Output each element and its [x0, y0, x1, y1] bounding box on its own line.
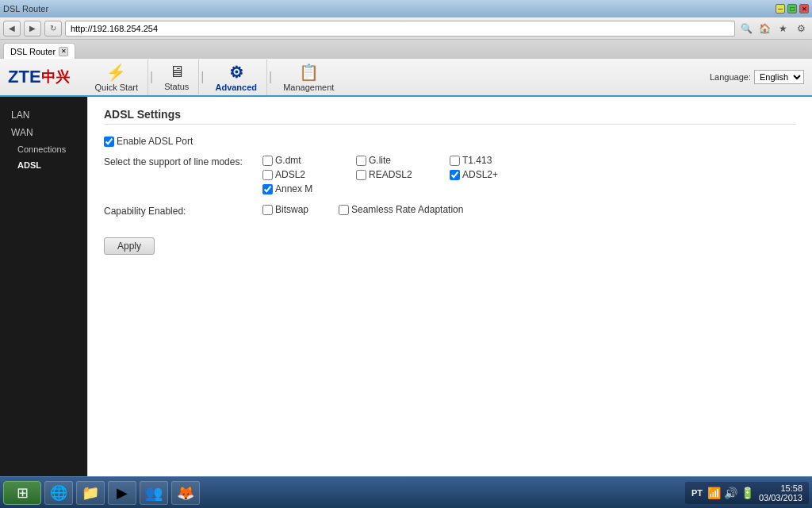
checkbox-bitswap[interactable]: Bitswap	[262, 204, 334, 215]
nav-separator-2: |	[201, 70, 204, 84]
time-display: 15:58	[759, 483, 802, 493]
checkbox-readsl2[interactable]: READSL2	[356, 169, 443, 180]
date-display: 03/03/2013	[759, 493, 802, 502]
search-icon[interactable]: 🔍	[738, 21, 754, 37]
content-area: ADSL Settings Enable ADSL Port Select th…	[87, 97, 812, 508]
checkbox-adsl2[interactable]: ADSL2	[262, 169, 350, 180]
sidebar-item-connections[interactable]: Connections	[0, 141, 87, 157]
volume-icon: 🔊	[724, 487, 737, 499]
taskbar-lang: PT	[691, 488, 703, 498]
tab-bar: DSL Router ✕	[0, 40, 812, 59]
nav-advanced-label: Advanced	[215, 83, 257, 92]
capability-row: Capability Enabled: Bitswap Seamless Rat…	[104, 204, 796, 217]
taskbar-right: PT 📶 🔊 🔋 15:58 03/03/2013	[685, 482, 809, 504]
management-icon: 📋	[299, 63, 319, 82]
nav-separator-1: |	[150, 70, 153, 84]
minimize-button[interactable]: ─	[776, 4, 785, 13]
checkbox-annexm[interactable]: Annex M	[262, 183, 350, 194]
browser-nav-bar: ◀ ▶ ↻ 🔍 🏠 ★ ⚙	[0, 17, 812, 40]
checkbox-t1413[interactable]: T1.413	[450, 155, 537, 166]
browser-title-bar: DSL Router ─ □ ✕	[0, 0, 812, 17]
forward-button[interactable]: ▶	[24, 21, 41, 37]
adsl2-label: ADSL2	[275, 169, 305, 180]
bitswap-checkbox[interactable]	[262, 205, 273, 215]
line-modes-grid: G.dmt G.lite T1.413 ADSL2	[262, 155, 537, 194]
favorites-icon[interactable]: ★	[775, 21, 791, 37]
main-nav-menu: ⚡ Quick Start | 🖥 Status | ⚙ Advanced | …	[86, 60, 344, 95]
checkbox-adsl2plus[interactable]: ADSL2+	[450, 169, 537, 180]
taskbar-explorer-icon[interactable]: 📁	[76, 481, 105, 505]
network-icon: 📶	[707, 487, 721, 499]
sidebar-item-lan[interactable]: LAN	[0, 106, 87, 124]
enable-adsl-label[interactable]: Enable ADSL Port	[104, 136, 193, 147]
start-button[interactable]: ⊞	[3, 481, 41, 505]
checkbox-sra[interactable]: Seamless Rate Adaptation	[339, 204, 481, 215]
adsl2plus-checkbox[interactable]	[450, 170, 460, 180]
annexm-label: Annex M	[275, 183, 312, 194]
t1413-checkbox[interactable]	[450, 156, 460, 166]
page-title: ADSL Settings	[104, 108, 796, 125]
quick-start-icon: ⚡	[106, 63, 126, 82]
taskbar-app1-icon[interactable]: 👥	[140, 481, 168, 505]
status-icon: 🖥	[169, 63, 185, 81]
content-inner: ADSL Settings Enable ADSL Port Select th…	[88, 97, 812, 266]
sidebar-item-wan[interactable]: WAN	[0, 124, 87, 141]
zte-logo: ZTE 中兴	[8, 67, 70, 87]
enable-adsl-text: Enable ADSL Port	[117, 136, 193, 147]
nav-advanced[interactable]: ⚙ Advanced	[205, 60, 267, 95]
nav-status[interactable]: 🖥 Status	[155, 60, 199, 94]
enable-adsl-row: Enable ADSL Port	[104, 136, 796, 147]
taskbar-media-icon[interactable]: ▶	[108, 481, 136, 505]
sidebar: LAN WAN Connections ADSL	[0, 97, 87, 508]
tab-label: DSL Router	[10, 47, 56, 56]
taskbar-left: ⊞ 🌐 📁 ▶ 👥 🦊	[3, 481, 200, 505]
active-tab[interactable]: DSL Router ✕	[3, 43, 75, 59]
adsl2-checkbox[interactable]	[262, 170, 273, 180]
taskbar-sys-icons: 📶 🔊 🔋	[707, 487, 754, 499]
t1413-label: T1.413	[462, 155, 492, 166]
capability-controls: Bitswap Seamless Rate Adaptation	[262, 204, 481, 215]
home-icon[interactable]: 🏠	[756, 21, 772, 37]
logo-zte: ZTE	[8, 67, 41, 87]
taskbar: ⊞ 🌐 📁 ▶ 👥 🦊 PT 📶 🔊 🔋 15:58 03/03/2013	[0, 476, 812, 508]
checkbox-gdmt[interactable]: G.dmt	[262, 155, 350, 166]
maximize-button[interactable]: □	[787, 4, 797, 13]
taskbar-time: 15:58 03/03/2013	[759, 483, 802, 502]
tools-icon[interactable]: ⚙	[793, 21, 809, 37]
sidebar-item-adsl[interactable]: ADSL	[0, 157, 87, 173]
readsl2-checkbox[interactable]	[356, 170, 366, 180]
browser-title-text: DSL Router	[3, 4, 48, 13]
bitswap-label: Bitswap	[275, 204, 308, 215]
close-button[interactable]: ✕	[799, 4, 809, 13]
nav-separator-3: |	[269, 70, 272, 84]
gdmt-label: G.dmt	[275, 155, 301, 166]
glite-label: G.lite	[369, 155, 391, 166]
advanced-icon: ⚙	[229, 63, 243, 82]
gdmt-checkbox[interactable]	[262, 156, 273, 166]
language-bar: Language: English	[710, 70, 804, 84]
apply-button[interactable]: Apply	[104, 237, 155, 255]
address-bar[interactable]	[65, 21, 735, 37]
line-modes-row: Select the support of line modes: G.dmt …	[104, 155, 796, 194]
back-button[interactable]: ◀	[3, 21, 21, 37]
annexm-checkbox[interactable]	[262, 184, 273, 194]
adsl2plus-label: ADSL2+	[462, 169, 498, 180]
sra-label: Seamless Rate Adaptation	[351, 204, 463, 215]
checkbox-glite[interactable]: G.lite	[356, 155, 443, 166]
nav-quick-start[interactable]: ⚡ Quick Start	[86, 60, 148, 95]
nav-management-label: Management	[283, 83, 334, 92]
main-layout: LAN WAN Connections ADSL ADSL Settings E…	[0, 97, 812, 508]
taskbar-ie-icon[interactable]: 🌐	[44, 481, 73, 505]
tab-close-button[interactable]: ✕	[59, 47, 68, 56]
sra-checkbox[interactable]	[339, 205, 349, 215]
language-label: Language:	[710, 72, 751, 82]
enable-adsl-checkbox[interactable]	[104, 137, 114, 147]
nav-management[interactable]: 📋 Management	[274, 60, 343, 95]
glite-checkbox[interactable]	[356, 156, 366, 166]
refresh-button[interactable]: ↻	[44, 21, 62, 37]
line-modes-label: Select the support of line modes:	[104, 155, 262, 167]
capability-label: Capability Enabled:	[104, 204, 262, 217]
taskbar-app2-icon[interactable]: 🦊	[171, 481, 200, 505]
logo-chinese: 中兴	[41, 67, 70, 87]
language-select[interactable]: English	[754, 70, 804, 84]
